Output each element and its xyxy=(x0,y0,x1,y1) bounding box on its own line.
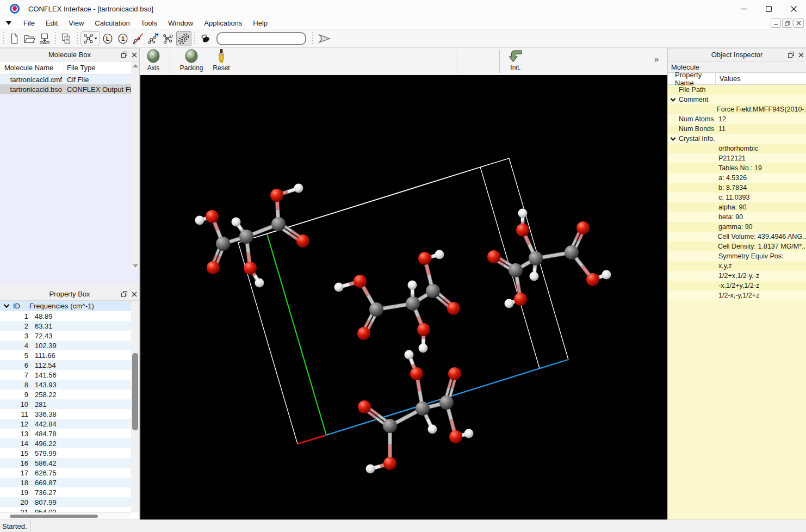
inspector-row[interactable]: File Path xyxy=(668,85,806,95)
molecule-style-button[interactable] xyxy=(80,31,100,46)
frequency-row[interactable]: 10281 xyxy=(0,399,139,409)
molecule-row[interactable]: tartronicacid.bsoCONFLEX Output File xyxy=(0,84,139,94)
toolbar-grip[interactable] xyxy=(312,32,314,45)
mdi-restore-button[interactable] xyxy=(782,18,792,28)
menu-file[interactable]: File xyxy=(18,18,40,28)
frequency-row[interactable]: 16586.42 xyxy=(0,458,139,468)
molecule-outline-button[interactable] xyxy=(161,31,176,46)
column-file-type[interactable]: File Type xyxy=(64,64,96,72)
label-toggle-button[interactable]: L xyxy=(100,31,115,46)
frequency-row[interactable]: 5111.66 xyxy=(0,350,139,360)
toolbar-grip[interactable] xyxy=(2,32,4,45)
frequency-row[interactable]: 4102.39 xyxy=(0,341,139,350)
inspector-row[interactable]: Cell Density: 1.8137 MG/M*... xyxy=(668,242,806,251)
gears-button[interactable] xyxy=(176,31,191,46)
mdi-close-button[interactable] xyxy=(793,18,804,28)
number-toggle-button[interactable]: 1 xyxy=(115,31,131,46)
frequency-row[interactable]: 18669.87 xyxy=(0,478,139,487)
scroll-up-icon[interactable] xyxy=(133,64,138,67)
inspector-row[interactable]: x,y,z xyxy=(668,261,806,271)
inspector-row[interactable]: Num Atoms12 xyxy=(668,114,806,124)
menu-calculation[interactable]: Calculation xyxy=(89,18,135,28)
eraser-button[interactable] xyxy=(198,31,213,46)
maximize-button[interactable] xyxy=(756,0,781,17)
menu-edit[interactable]: Edit xyxy=(40,18,63,28)
inspector-row[interactable]: Num Bonds11 xyxy=(668,124,806,134)
inspector-row[interactable]: 1/2+x,1/2-y,-z xyxy=(668,271,806,281)
inspector-row[interactable]: Symmetry Equiv Pos: xyxy=(668,251,806,261)
frequency-row[interactable]: 372.43 xyxy=(0,331,139,341)
menu-help[interactable]: Help xyxy=(247,18,273,28)
expand-chevron-icon[interactable] xyxy=(670,97,676,102)
inspector-row[interactable]: P212121 xyxy=(668,153,806,163)
molecule-box-scrollbar[interactable] xyxy=(131,61,139,270)
molecule-row[interactable]: tartronicacid.cmfCif File xyxy=(0,75,139,84)
hscroll-thumb[interactable] xyxy=(10,515,98,518)
inspector-row[interactable]: Tables No.: 19 xyxy=(668,163,806,173)
init-button[interactable]: Init. xyxy=(505,49,526,74)
property-box-hscrollbar[interactable] xyxy=(0,512,131,519)
column-molecule-name[interactable]: Molecule Name xyxy=(0,61,64,74)
inspector-row[interactable]: Force Field:MMFF94S(2010-... xyxy=(668,104,806,114)
inspector-row[interactable]: alpha: 90 xyxy=(668,202,806,212)
inspector-row[interactable]: beta: 90 xyxy=(668,212,806,222)
menu-view[interactable]: View xyxy=(63,18,89,28)
toolbar-grip[interactable] xyxy=(76,32,78,45)
frequency-row[interactable]: 17626.75 xyxy=(0,468,139,478)
frequency-row[interactable]: 13484.78 xyxy=(0,429,139,438)
measure-pen-button[interactable] xyxy=(131,31,146,46)
minimize-button[interactable] xyxy=(731,0,756,17)
property-box-header[interactable]: ID Frequencies (cm^-1) xyxy=(0,301,139,311)
add-hydrogen-button[interactable]: H xyxy=(146,31,161,46)
inspector-row[interactable]: Crystal Info. xyxy=(668,134,806,144)
inspector-row[interactable]: orthorhombic xyxy=(668,144,806,153)
inspector-row[interactable]: gamma: 90 xyxy=(668,222,806,232)
inspector-row[interactable]: Comment xyxy=(668,95,806,104)
open-file-button[interactable] xyxy=(22,31,37,46)
expand-chevron-icon[interactable] xyxy=(670,137,676,141)
frequency-row[interactable]: 263.31 xyxy=(0,321,139,331)
property-box-vscrollbar[interactable] xyxy=(131,301,139,512)
command-input[interactable] xyxy=(216,32,306,45)
vscroll-thumb[interactable] xyxy=(132,353,138,430)
crystal-viewport[interactable] xyxy=(140,75,667,519)
frequency-row[interactable]: 6112.54 xyxy=(0,360,139,370)
float-panel-icon[interactable] xyxy=(121,51,127,59)
scroll-down-icon[interactable] xyxy=(133,264,138,268)
column-values[interactable]: Values xyxy=(716,75,741,83)
frequency-row[interactable]: 9258.22 xyxy=(0,389,139,399)
inspector-row[interactable]: -x,1/2+y,1/2-z xyxy=(668,281,806,290)
float-panel-icon[interactable] xyxy=(121,290,127,299)
menu-tools[interactable]: Tools xyxy=(135,18,163,28)
copy-button[interactable] xyxy=(59,31,74,46)
toolbar-grip[interactable] xyxy=(54,32,57,45)
frequency-row[interactable]: 19736.27 xyxy=(0,487,139,497)
inspector-row[interactable]: a: 4.5326 xyxy=(668,173,806,183)
close-panel-icon[interactable] xyxy=(798,51,804,59)
toolbar-grip[interactable] xyxy=(194,32,196,45)
collapse-chevron-icon[interactable] xyxy=(3,304,10,308)
frequency-row[interactable]: 7141.56 xyxy=(0,370,139,380)
run-button[interactable] xyxy=(316,31,332,46)
menu-window[interactable]: Window xyxy=(163,18,199,28)
float-panel-icon[interactable] xyxy=(788,51,794,59)
inspector-row[interactable]: b: 8.7834 xyxy=(668,183,806,193)
dock-splitter[interactable] xyxy=(0,283,139,288)
packing-button[interactable]: Packing xyxy=(178,49,204,74)
reset-button[interactable]: Reset xyxy=(210,49,233,74)
inspector-row[interactable]: Cell Volume: 439.4946 ANG... xyxy=(668,232,806,242)
frequency-row[interactable]: 15579.99 xyxy=(0,448,139,458)
mdi-minimize-button[interactable] xyxy=(771,18,781,28)
frequency-row[interactable]: 20807.99 xyxy=(0,497,139,507)
new-file-button[interactable] xyxy=(7,31,22,46)
close-panel-icon[interactable] xyxy=(132,290,137,299)
menu-caret-icon[interactable] xyxy=(6,21,11,25)
frequency-row[interactable]: 12442.84 xyxy=(0,419,139,429)
axis-button[interactable]: Axis xyxy=(142,49,164,74)
close-button[interactable] xyxy=(781,0,806,17)
frequency-row[interactable]: 14496.22 xyxy=(0,438,139,448)
column-property-name[interactable]: Property Name xyxy=(668,73,716,84)
inspector-row[interactable]: c: 11.0393 xyxy=(668,193,806,202)
frequency-row[interactable]: 8143.93 xyxy=(0,380,139,389)
close-panel-icon[interactable] xyxy=(132,51,137,59)
